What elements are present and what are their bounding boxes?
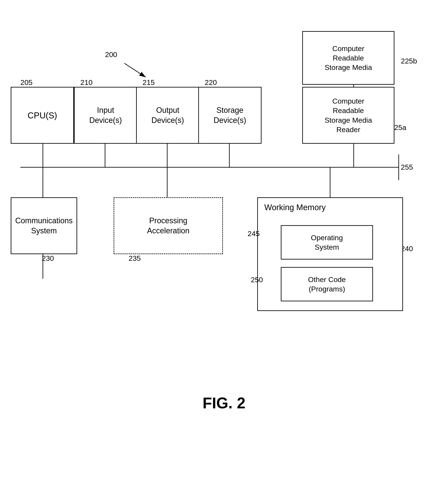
box-other-code: Other Code (Programs) bbox=[281, 267, 373, 301]
label-230: 230 bbox=[42, 254, 54, 262]
label-200: 200 bbox=[105, 50, 117, 59]
box-crsm-reader: Computer Readable Storage Media Reader bbox=[302, 87, 395, 144]
label-235: 235 bbox=[129, 254, 141, 262]
figure-caption: FIG. 2 bbox=[0, 394, 448, 412]
label-225b: 225b bbox=[401, 57, 417, 65]
label-210: 210 bbox=[80, 78, 92, 87]
box-input-device: Input Device(s) bbox=[74, 87, 137, 144]
box-storage-device: Storage Device(s) bbox=[198, 87, 262, 144]
label-205: 205 bbox=[20, 78, 33, 87]
label-220: 220 bbox=[205, 78, 217, 87]
box-proc-accel: Processing Acceleration bbox=[114, 197, 223, 254]
svg-line-1 bbox=[124, 63, 146, 77]
box-crsm: Computer Readable Storage Media bbox=[302, 31, 395, 85]
box-output-device: Output Device(s) bbox=[136, 87, 199, 144]
box-cpu: CPU(S) bbox=[11, 87, 74, 144]
box-os: Operating System bbox=[281, 225, 373, 260]
label-215: 215 bbox=[143, 78, 155, 87]
diagram-area: 200 205 CPU(S) 210 Input Device(s) 215 O… bbox=[0, 21, 448, 429]
box-comm-system: Communications System bbox=[11, 197, 77, 254]
label-255: 255 bbox=[401, 163, 413, 171]
label-245: 245 bbox=[248, 230, 260, 238]
label-250: 250 bbox=[251, 275, 263, 284]
